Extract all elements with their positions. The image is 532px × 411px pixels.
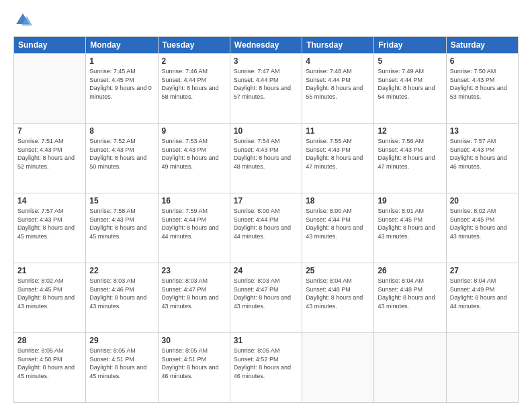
calendar-cell: 23Sunrise: 8:03 AMSunset: 4:47 PMDayligh… bbox=[158, 263, 230, 333]
calendar-cell: 16Sunrise: 7:59 AMSunset: 4:44 PMDayligh… bbox=[158, 193, 230, 263]
day-info: Sunrise: 7:46 AMSunset: 4:44 PMDaylight:… bbox=[162, 67, 226, 101]
day-info: Sunrise: 8:03 AMSunset: 4:46 PMDaylight:… bbox=[89, 277, 154, 310]
calendar-week-row: 14Sunrise: 7:57 AMSunset: 4:43 PMDayligh… bbox=[14, 193, 519, 263]
day-number: 11 bbox=[306, 126, 370, 136]
calendar-day-header: Sunday bbox=[14, 37, 86, 54]
calendar-cell: 3Sunrise: 7:47 AMSunset: 4:44 PMDaylight… bbox=[230, 54, 302, 124]
calendar-cell: 24Sunrise: 8:03 AMSunset: 4:47 PMDayligh… bbox=[230, 263, 302, 333]
calendar-day-header: Saturday bbox=[446, 37, 518, 54]
calendar-cell: 2Sunrise: 7:46 AMSunset: 4:44 PMDaylight… bbox=[158, 54, 230, 124]
calendar-cell bbox=[374, 333, 446, 403]
day-number: 24 bbox=[234, 266, 298, 275]
day-number: 14 bbox=[17, 196, 82, 205]
calendar-cell: 18Sunrise: 8:00 AMSunset: 4:44 PMDayligh… bbox=[302, 193, 374, 263]
calendar-cell: 12Sunrise: 7:56 AMSunset: 4:43 PMDayligh… bbox=[374, 124, 446, 193]
day-number: 6 bbox=[450, 56, 515, 66]
calendar-cell: 6Sunrise: 7:50 AMSunset: 4:43 PMDaylight… bbox=[446, 54, 518, 124]
calendar-cell: 8Sunrise: 7:52 AMSunset: 4:43 PMDaylight… bbox=[86, 124, 158, 193]
day-number: 29 bbox=[89, 336, 154, 345]
day-info: Sunrise: 7:49 AMSunset: 4:44 PMDaylight:… bbox=[378, 67, 442, 101]
day-info: Sunrise: 7:54 AMSunset: 4:43 PMDaylight:… bbox=[234, 137, 298, 171]
day-number: 25 bbox=[306, 266, 370, 275]
day-info: Sunrise: 7:55 AMSunset: 4:43 PMDaylight:… bbox=[306, 137, 370, 171]
day-info: Sunrise: 7:56 AMSunset: 4:43 PMDaylight:… bbox=[378, 137, 442, 171]
day-info: Sunrise: 7:59 AMSunset: 4:44 PMDaylight:… bbox=[162, 207, 226, 240]
calendar-day-header: Thursday bbox=[302, 37, 374, 54]
day-number: 28 bbox=[17, 336, 82, 345]
day-number: 27 bbox=[450, 266, 515, 275]
logo bbox=[13, 11, 35, 30]
day-info: Sunrise: 7:50 AMSunset: 4:43 PMDaylight:… bbox=[450, 67, 515, 101]
calendar-cell: 31Sunrise: 8:05 AMSunset: 4:52 PMDayligh… bbox=[230, 333, 302, 403]
calendar-cell bbox=[446, 333, 518, 403]
calendar-cell bbox=[302, 333, 374, 403]
day-number: 21 bbox=[17, 266, 82, 275]
calendar-cell: 30Sunrise: 8:05 AMSunset: 4:51 PMDayligh… bbox=[158, 333, 230, 403]
calendar-week-row: 28Sunrise: 8:05 AMSunset: 4:50 PMDayligh… bbox=[14, 333, 519, 403]
calendar-cell: 14Sunrise: 7:57 AMSunset: 4:43 PMDayligh… bbox=[14, 193, 86, 263]
day-info: Sunrise: 8:05 AMSunset: 4:51 PMDaylight:… bbox=[162, 347, 226, 380]
calendar-day-header: Wednesday bbox=[230, 37, 302, 54]
calendar-cell: 19Sunrise: 8:01 AMSunset: 4:45 PMDayligh… bbox=[374, 193, 446, 263]
calendar-cell: 4Sunrise: 7:48 AMSunset: 4:44 PMDaylight… bbox=[302, 54, 374, 124]
logo-icon bbox=[13, 11, 32, 30]
day-number: 22 bbox=[89, 266, 154, 275]
calendar-cell: 21Sunrise: 8:02 AMSunset: 4:45 PMDayligh… bbox=[14, 263, 86, 333]
calendar-cell: 7Sunrise: 7:51 AMSunset: 4:43 PMDaylight… bbox=[14, 124, 86, 193]
day-number: 16 bbox=[162, 196, 226, 205]
day-number: 30 bbox=[162, 336, 226, 345]
day-info: Sunrise: 7:53 AMSunset: 4:43 PMDaylight:… bbox=[162, 137, 226, 171]
day-number: 1 bbox=[89, 56, 154, 66]
calendar-cell bbox=[14, 54, 86, 124]
day-info: Sunrise: 8:01 AMSunset: 4:45 PMDaylight:… bbox=[378, 207, 442, 240]
day-number: 23 bbox=[162, 266, 226, 275]
day-info: Sunrise: 8:03 AMSunset: 4:47 PMDaylight:… bbox=[234, 277, 298, 310]
calendar-week-row: 21Sunrise: 8:02 AMSunset: 4:45 PMDayligh… bbox=[14, 263, 519, 333]
calendar-day-header: Friday bbox=[374, 37, 446, 54]
day-number: 5 bbox=[378, 56, 442, 66]
day-info: Sunrise: 8:05 AMSunset: 4:51 PMDaylight:… bbox=[89, 347, 154, 380]
calendar-cell: 15Sunrise: 7:58 AMSunset: 4:43 PMDayligh… bbox=[86, 193, 158, 263]
day-number: 20 bbox=[450, 196, 515, 205]
calendar-cell: 29Sunrise: 8:05 AMSunset: 4:51 PMDayligh… bbox=[86, 333, 158, 403]
day-number: 12 bbox=[378, 126, 442, 136]
day-info: Sunrise: 8:00 AMSunset: 4:44 PMDaylight:… bbox=[234, 207, 298, 240]
calendar-cell: 1Sunrise: 7:45 AMSunset: 4:45 PMDaylight… bbox=[86, 54, 158, 124]
day-info: Sunrise: 7:58 AMSunset: 4:43 PMDaylight:… bbox=[89, 207, 154, 240]
day-info: Sunrise: 7:51 AMSunset: 4:43 PMDaylight:… bbox=[17, 137, 82, 171]
day-info: Sunrise: 8:05 AMSunset: 4:50 PMDaylight:… bbox=[17, 347, 82, 380]
day-info: Sunrise: 8:04 AMSunset: 4:49 PMDaylight:… bbox=[450, 277, 515, 310]
calendar-cell: 9Sunrise: 7:53 AMSunset: 4:43 PMDaylight… bbox=[158, 124, 230, 193]
day-info: Sunrise: 7:45 AMSunset: 4:45 PMDaylight:… bbox=[89, 67, 154, 101]
day-number: 2 bbox=[162, 56, 226, 66]
page-header bbox=[13, 11, 519, 30]
day-info: Sunrise: 8:02 AMSunset: 4:45 PMDaylight:… bbox=[450, 207, 515, 240]
day-number: 31 bbox=[234, 336, 298, 345]
calendar-cell: 10Sunrise: 7:54 AMSunset: 4:43 PMDayligh… bbox=[230, 124, 302, 193]
calendar-week-row: 7Sunrise: 7:51 AMSunset: 4:43 PMDaylight… bbox=[14, 124, 519, 193]
day-number: 3 bbox=[234, 56, 298, 66]
calendar-cell: 17Sunrise: 8:00 AMSunset: 4:44 PMDayligh… bbox=[230, 193, 302, 263]
day-number: 10 bbox=[234, 126, 298, 136]
day-number: 4 bbox=[306, 56, 370, 66]
calendar-header-row: SundayMondayTuesdayWednesdayThursdayFrid… bbox=[14, 37, 519, 54]
day-info: Sunrise: 8:04 AMSunset: 4:48 PMDaylight:… bbox=[306, 277, 370, 310]
day-info: Sunrise: 8:00 AMSunset: 4:44 PMDaylight:… bbox=[306, 207, 370, 240]
day-info: Sunrise: 8:03 AMSunset: 4:47 PMDaylight:… bbox=[162, 277, 226, 310]
day-info: Sunrise: 8:02 AMSunset: 4:45 PMDaylight:… bbox=[17, 277, 82, 310]
calendar-cell: 22Sunrise: 8:03 AMSunset: 4:46 PMDayligh… bbox=[86, 263, 158, 333]
calendar-cell: 11Sunrise: 7:55 AMSunset: 4:43 PMDayligh… bbox=[302, 124, 374, 193]
calendar-cell: 25Sunrise: 8:04 AMSunset: 4:48 PMDayligh… bbox=[302, 263, 374, 333]
day-info: Sunrise: 8:05 AMSunset: 4:52 PMDaylight:… bbox=[234, 347, 298, 380]
day-number: 19 bbox=[378, 196, 442, 205]
day-number: 8 bbox=[89, 126, 154, 136]
day-number: 17 bbox=[234, 196, 298, 205]
day-number: 18 bbox=[306, 196, 370, 205]
calendar-cell: 5Sunrise: 7:49 AMSunset: 4:44 PMDaylight… bbox=[374, 54, 446, 124]
day-info: Sunrise: 7:52 AMSunset: 4:43 PMDaylight:… bbox=[89, 137, 154, 171]
calendar-cell: 27Sunrise: 8:04 AMSunset: 4:49 PMDayligh… bbox=[446, 263, 518, 333]
calendar-cell: 20Sunrise: 8:02 AMSunset: 4:45 PMDayligh… bbox=[446, 193, 518, 263]
calendar-week-row: 1Sunrise: 7:45 AMSunset: 4:45 PMDaylight… bbox=[14, 54, 519, 124]
day-number: 26 bbox=[378, 266, 442, 275]
calendar-cell: 13Sunrise: 7:57 AMSunset: 4:43 PMDayligh… bbox=[446, 124, 518, 193]
